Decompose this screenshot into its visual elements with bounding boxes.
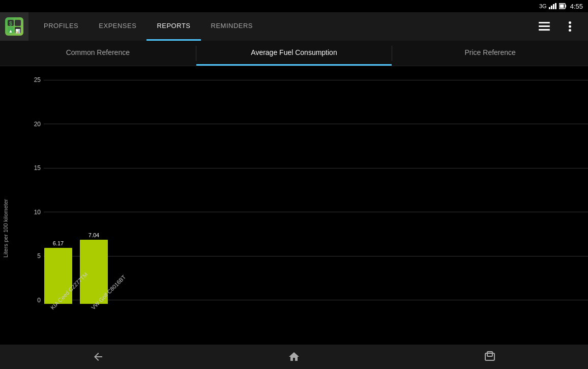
- signal-icon: 3G: [539, 3, 547, 9]
- nav-tab-reminders[interactable]: REMINDERS: [201, 12, 263, 41]
- wifi-icon: [549, 3, 557, 9]
- svg-point-19: [569, 25, 571, 28]
- nav-tabs: PROFILES EXPENSES REPORTS REMINDERS: [34, 12, 534, 41]
- svg-rect-5: [565, 5, 566, 8]
- app-icon[interactable]: $ 📊 ▲: [0, 12, 28, 41]
- svg-point-20: [569, 29, 571, 32]
- bars-area: 6.177.04KIA Ceed C2277TMVW Golf C8016BT: [42, 76, 588, 345]
- time-display: 4:55: [570, 3, 583, 10]
- top-nav: $ 📊 ▲ PROFILES EXPENSES REPORTS REMINDER…: [0, 12, 588, 41]
- chart-content: 25 20 15 10 5 0: [11, 71, 588, 345]
- bars-wrapper: 6.177.04: [44, 232, 108, 304]
- chart-area: Liters per 100 kilometer 25 20 15 10 5: [0, 66, 588, 345]
- report-tab-bar: Common Reference Average Fuel Consumptio…: [0, 41, 588, 66]
- svg-rect-22: [487, 352, 492, 356]
- tab-price-reference[interactable]: Price Reference: [392, 41, 588, 66]
- svg-text:📊: 📊: [15, 29, 20, 34]
- app-logo: $ 📊 ▲: [5, 17, 23, 36]
- svg-text:$: $: [9, 21, 12, 26]
- svg-rect-6: [560, 5, 564, 8]
- nav-tab-reports[interactable]: REPORTS: [146, 12, 200, 41]
- svg-point-18: [569, 21, 571, 24]
- status-icons: 3G 4:55: [539, 3, 583, 10]
- tab-common-reference[interactable]: Common Reference: [0, 41, 196, 66]
- more-options-button[interactable]: [560, 16, 580, 37]
- svg-rect-14: [539, 22, 550, 23]
- bar-value-1: 7.04: [89, 232, 99, 238]
- svg-rect-2: [553, 4, 554, 9]
- bar-value-0: 6.17: [53, 240, 64, 246]
- bottom-nav: [0, 345, 588, 369]
- svg-rect-1: [551, 6, 552, 9]
- nav-tab-expenses[interactable]: EXPENSES: [89, 12, 146, 41]
- svg-rect-15: [539, 25, 550, 27]
- nav-tab-profiles[interactable]: PROFILES: [34, 12, 89, 41]
- battery-icon: [559, 3, 566, 9]
- home-button[interactable]: [279, 347, 309, 367]
- x-axis-labels: KIA Ceed C2277TMVW Golf C8016BT: [44, 304, 118, 345]
- svg-rect-9: [15, 20, 21, 26]
- recents-button[interactable]: [475, 347, 505, 367]
- svg-rect-0: [549, 7, 550, 9]
- tab-avg-fuel[interactable]: Average Fuel Consumption: [196, 41, 392, 66]
- status-bar: 3G 4:55: [0, 0, 588, 12]
- svg-rect-16: [539, 29, 550, 31]
- list-view-button[interactable]: [534, 16, 554, 37]
- svg-text:▲: ▲: [9, 29, 13, 34]
- svg-rect-3: [555, 3, 556, 9]
- back-button[interactable]: [83, 347, 113, 367]
- nav-actions: [534, 16, 588, 37]
- y-axis-label: Liters per 100 kilometer: [0, 71, 11, 345]
